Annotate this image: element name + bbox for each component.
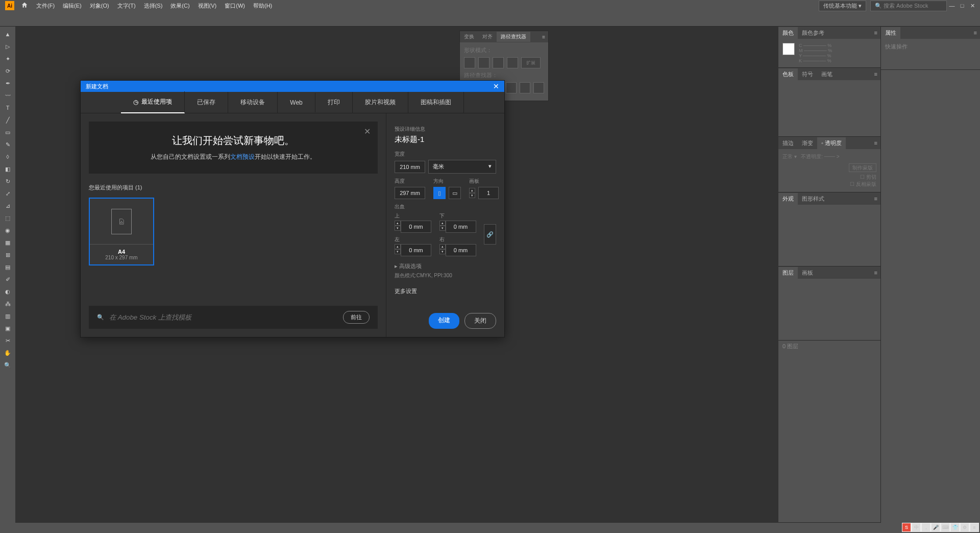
shaper-tool[interactable]: ◊: [2, 152, 14, 162]
menu-window[interactable]: 窗口(W): [220, 1, 249, 11]
bleed-stepper[interactable]: ▴▾: [395, 221, 401, 233]
make-mask-button[interactable]: 制作蒙版: [849, 163, 876, 172]
symbol-sprayer-tool[interactable]: ⁂: [2, 299, 14, 309]
tab-stroke[interactable]: 描边: [778, 137, 798, 149]
tab-transparency[interactable]: ◦ 透明度: [817, 137, 846, 149]
zoom-tool[interactable]: 🔍: [2, 360, 14, 370]
tab-transform[interactable]: 变换: [460, 32, 478, 42]
tab-appearance[interactable]: 外观: [778, 193, 798, 205]
maximize-icon[interactable]: □: [957, 3, 967, 9]
unite-button[interactable]: [464, 57, 475, 68]
panel-menu-icon[interactable]: ≡: [539, 34, 548, 40]
menu-help[interactable]: 帮助(H): [249, 1, 276, 11]
panel-menu-icon[interactable]: ≡: [871, 140, 880, 146]
artboard-stepper[interactable]: ▴▾: [469, 188, 475, 198]
ime-punct-icon[interactable]: ，: [922, 523, 930, 531]
link-bleed-button[interactable]: 🔗: [484, 224, 496, 245]
outline-button[interactable]: [520, 82, 530, 93]
tab-properties[interactable]: 属性: [881, 27, 900, 39]
tab-artboards[interactable]: 画板: [798, 267, 817, 279]
preset-a4[interactable]: A4 210 x 297 mm: [89, 198, 154, 265]
width-tool[interactable]: ⊿: [2, 201, 14, 211]
tab-align[interactable]: 对齐: [478, 32, 497, 42]
gradient-tool[interactable]: ▤: [2, 262, 14, 272]
minus-back-button[interactable]: [533, 82, 544, 93]
eyedropper-tool[interactable]: ✐: [2, 274, 14, 284]
panel-menu-icon[interactable]: ≡: [971, 30, 980, 36]
column-graph-tool[interactable]: ▥: [2, 311, 14, 321]
tab-saved[interactable]: 已保存: [185, 92, 228, 113]
banner-close-icon[interactable]: ✕: [364, 127, 371, 136]
tab-layers[interactable]: 图层: [778, 267, 798, 279]
height-input[interactable]: 297 mm: [395, 187, 425, 199]
advanced-toggle[interactable]: ▸ 高级选项: [395, 262, 496, 270]
crop-button[interactable]: [506, 82, 517, 93]
menu-view[interactable]: 视图(V): [194, 1, 221, 11]
menu-object[interactable]: 对象(O): [86, 1, 113, 11]
ime-skin-icon[interactable]: 👕: [951, 523, 959, 531]
menu-effect[interactable]: 效果(C): [166, 1, 193, 11]
bleed-right-input[interactable]: 0 mm: [446, 244, 476, 256]
slice-tool[interactable]: ✂: [2, 335, 14, 346]
tab-web[interactable]: Web: [278, 93, 315, 112]
panel-menu-icon[interactable]: ≡: [871, 71, 880, 77]
fill-stroke-icon[interactable]: [782, 43, 795, 55]
hand-tool[interactable]: ✋: [2, 348, 14, 358]
unit-select[interactable]: 毫米▾: [428, 160, 496, 174]
expand-button[interactable]: 扩展: [521, 57, 541, 68]
close-window-icon[interactable]: ✕: [967, 3, 977, 9]
tab-color[interactable]: 颜色: [778, 27, 798, 39]
intersect-button[interactable]: [493, 57, 504, 68]
menu-select[interactable]: 选择(S): [140, 1, 167, 11]
ime-menu-icon[interactable]: ≡: [970, 523, 978, 531]
menu-file[interactable]: 文件(F): [32, 1, 59, 11]
minimize-icon[interactable]: —: [947, 3, 957, 9]
rotate-tool[interactable]: ↻: [2, 176, 14, 186]
tab-brushes[interactable]: 画笔: [817, 68, 837, 80]
selection-tool[interactable]: ▲: [2, 29, 14, 39]
bleed-stepper[interactable]: ▴▾: [395, 244, 401, 256]
stock-search-input[interactable]: [109, 313, 338, 321]
panel-menu-icon[interactable]: ≡: [871, 196, 880, 202]
tab-graphic-styles[interactable]: 图形样式: [798, 193, 828, 205]
document-name[interactable]: 未标题-1: [395, 135, 496, 144]
paintbrush-tool[interactable]: ✎: [2, 139, 14, 150]
exclude-button[interactable]: [507, 57, 518, 68]
pen-tool[interactable]: ✒: [2, 78, 14, 88]
direct-selection-tool[interactable]: ▷: [2, 41, 14, 52]
tab-recent[interactable]: ◷ 最近使用项: [121, 91, 185, 113]
tab-art[interactable]: 图稿和插图: [408, 92, 464, 113]
tab-gradient[interactable]: 渐变: [798, 137, 817, 149]
line-tool[interactable]: ╱: [2, 115, 14, 125]
go-button[interactable]: 前往: [343, 311, 370, 324]
lasso-tool[interactable]: ⟳: [2, 66, 14, 76]
close-button[interactable]: 关闭: [464, 313, 496, 329]
bleed-stepper[interactable]: ▴▾: [439, 221, 446, 233]
ime-keyboard-icon[interactable]: ⌨: [941, 523, 949, 531]
home-icon[interactable]: [21, 2, 28, 10]
workspace-selector[interactable]: 传统基本功能 ▾: [819, 1, 866, 11]
bleed-left-input[interactable]: 0 mm: [401, 244, 431, 256]
ime-toolbar[interactable]: S 中 ， 🎤 ⌨ 👕 ⚙ ≡: [902, 523, 979, 532]
ime-lang[interactable]: 中: [912, 523, 920, 531]
landscape-button[interactable]: ▭: [449, 187, 461, 199]
tab-mobile[interactable]: 移动设备: [228, 92, 278, 113]
panel-menu-icon[interactable]: ≡: [871, 30, 880, 36]
shape-builder-tool[interactable]: ◉: [2, 225, 14, 235]
curvature-tool[interactable]: 〰: [2, 90, 14, 101]
tab-symbols[interactable]: 符号: [798, 68, 817, 80]
ime-logo-icon[interactable]: S: [902, 523, 911, 531]
free-transform-tool[interactable]: ⬚: [2, 213, 14, 223]
tab-swatches[interactable]: 色板: [778, 68, 798, 80]
tab-print[interactable]: 打印: [315, 92, 353, 113]
close-icon[interactable]: ✕: [493, 82, 499, 90]
rectangle-tool[interactable]: ▭: [2, 127, 14, 137]
tab-color-guide[interactable]: 颜色参考: [798, 27, 828, 39]
portrait-button[interactable]: ▯: [433, 187, 446, 199]
blend-tool[interactable]: ◐: [2, 286, 14, 297]
type-tool[interactable]: T: [2, 103, 14, 113]
adobe-stock-search[interactable]: 🔍 搜索 Adobe Stock: [870, 1, 947, 11]
scale-tool[interactable]: ⤢: [2, 188, 14, 199]
eraser-tool[interactable]: ◧: [2, 164, 14, 174]
dialog-titlebar[interactable]: 新建文档 ✕: [81, 81, 504, 92]
